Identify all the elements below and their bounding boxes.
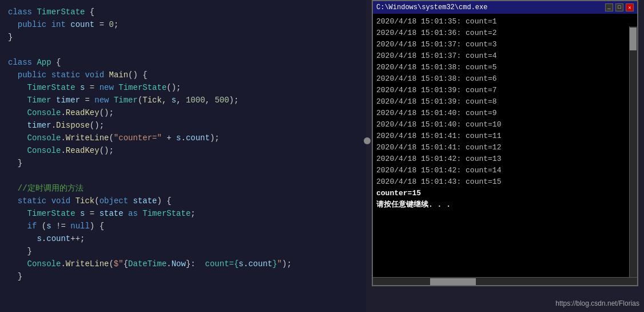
cmd-output-line-1: 2020/4/18 15:01:35: count=1 (376, 16, 634, 27)
cmd-output-line-15: 2020/4/18 15:01:43: count=15 (376, 176, 634, 188)
cmd-body: 2020/4/18 15:01:35: count=1 2020/4/18 15… (373, 14, 637, 277)
code-line-6: public static void Main() { (8, 69, 358, 81)
cmd-container: C:\Windows\system32\cmd.exe _ □ ✕ 2020/4… (366, 0, 644, 312)
cmd-output-line-3: 2020/4/18 15:01:37: count=3 (376, 39, 634, 50)
cmd-scrollbar-thumb[interactable] (630, 27, 637, 50)
code-line-15: //定时调用的方法 (8, 182, 358, 195)
cmd-output-line-5: 2020/4/18 15:01:38: count=5 (376, 62, 634, 73)
cmd-output-line-12: 2020/4/18 15:01:41: count=12 (376, 142, 634, 153)
panel-separator[interactable] (364, 137, 371, 144)
code-line-11: Console.WriteLine("counter=" + s.count); (8, 132, 358, 144)
code-editor: class TimerState { public int count = 0;… (0, 0, 366, 312)
code-line-18: if (s != null) { (8, 220, 358, 232)
cmd-window-controls: _ □ ✕ (605, 3, 634, 11)
code-line-9: Console.ReadKey(); (8, 106, 358, 119)
cmd-window: C:\Windows\system32\cmd.exe _ □ ✕ 2020/4… (372, 0, 638, 286)
code-line-14 (8, 169, 358, 182)
cmd-output-line-17: 请按任意键继续. . . (376, 199, 634, 211)
watermark: https://blog.csdn.net/Florias (555, 299, 639, 307)
code-line-10: timer.Dispose(); (8, 119, 358, 132)
cmd-output-line-16: counter=15 (376, 188, 634, 199)
code-line-8: Timer timer = new Timer(Tick, s, 1000, 5… (8, 94, 358, 106)
cmd-title: C:\Windows\system32\cmd.exe (376, 3, 487, 11)
code-line-3: } (8, 31, 358, 44)
cmd-output-line-4: 2020/4/18 15:01:37: count=4 (376, 50, 634, 62)
cmd-output-line-9: 2020/4/18 15:01:40: count=9 (376, 108, 634, 119)
code-line-21: Console.WriteLine($"{DateTime.Now}: coun… (8, 258, 358, 270)
cmd-close-button[interactable]: ✕ (626, 3, 634, 11)
cmd-output-line-13: 2020/4/18 15:01:42: count=13 (376, 153, 634, 165)
cmd-output-line-6: 2020/4/18 15:01:38: count=6 (376, 73, 634, 85)
cmd-output-line-2: 2020/4/18 15:01:36: count=2 (376, 27, 634, 39)
cmd-output-line-10: 2020/4/18 15:01:40: count=10 (376, 119, 634, 131)
cmd-maximize-button[interactable]: □ (615, 3, 623, 11)
cmd-output-line-14: 2020/4/18 15:01:42: count=14 (376, 165, 634, 176)
code-line-20: } (8, 245, 358, 258)
code-line-19: s.count++; (8, 232, 358, 245)
cmd-output-line-11: 2020/4/18 15:01:41: count=11 (376, 131, 634, 142)
cmd-horizontal-scrollbar[interactable] (373, 277, 637, 285)
code-line-22: } (8, 270, 358, 283)
code-line-12: Console.ReadKey(); (8, 144, 358, 157)
cmd-minimize-button[interactable]: _ (605, 3, 613, 11)
code-line-1: class TimerState { (8, 6, 358, 18)
code-line-2: public int count = 0; (8, 18, 358, 31)
code-line-5: class App { (8, 56, 358, 69)
code-line-17: TimerState s = state as TimerState; (8, 207, 358, 220)
cmd-titlebar: C:\Windows\system32\cmd.exe _ □ ✕ (373, 1, 637, 14)
cmd-hscrollbar-thumb[interactable] (430, 278, 476, 285)
cmd-vertical-scrollbar[interactable] (629, 26, 637, 277)
code-line-7: TimerState s = new TimerState(); (8, 81, 358, 94)
code-line-13: } (8, 157, 358, 169)
code-line-4 (8, 44, 358, 56)
code-line-16: static void Tick(object state) { (8, 195, 358, 207)
cmd-output-line-7: 2020/4/18 15:01:39: count=7 (376, 85, 634, 96)
cmd-output-line-8: 2020/4/18 15:01:39: count=8 (376, 96, 634, 108)
